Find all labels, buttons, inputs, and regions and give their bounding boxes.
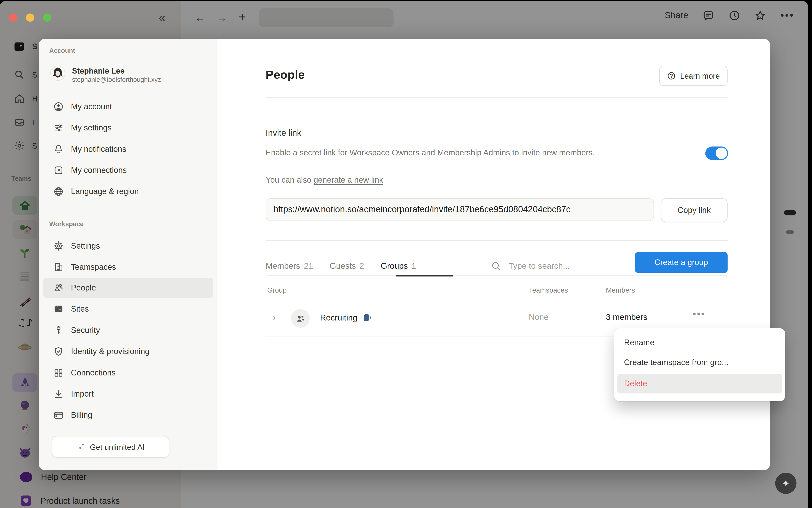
- notion-ai-button[interactable]: ✦: [775, 473, 796, 494]
- notion-window: « ← → + Share •••: [0, 1, 808, 508]
- search-input[interactable]: [508, 261, 629, 271]
- menu-item-rename[interactable]: Rename: [617, 333, 782, 353]
- active-tab-underline: [396, 275, 453, 276]
- column-header-teamspaces: Teamspaces: [529, 286, 568, 294]
- create-group-button[interactable]: Create a group: [635, 252, 727, 273]
- sidebar-item-identity-provisioning[interactable]: Identity & provisioning: [43, 342, 213, 361]
- menu-item-create-teamspace[interactable]: Create teamspace from gro...: [617, 353, 782, 372]
- download-arrow-icon: [53, 389, 64, 399]
- sidebar-item-language-region[interactable]: Language & region: [43, 182, 213, 202]
- gear-icon: [53, 241, 64, 251]
- user-name: Stephanie Lee: [72, 66, 161, 76]
- sidebar-item-sites[interactable]: Sites: [43, 299, 213, 319]
- bell-icon: [53, 144, 64, 154]
- globe-icon: [53, 186, 64, 197]
- user-email: stephanie@toolsforthought.xyz: [72, 76, 161, 85]
- browser-cursor-icon: [53, 304, 64, 314]
- grid-icon: [53, 368, 64, 378]
- settings-dialog: Account Stephanie Lee stephanie@toolsfor…: [39, 39, 770, 470]
- group-context-menu: Rename Create teamspace from gro... Dele…: [614, 328, 785, 401]
- search-icon: [491, 261, 501, 271]
- sidebar-item-my-notifications[interactable]: My notifications: [43, 139, 213, 159]
- generate-link-line: You can also generate a new link: [266, 175, 383, 185]
- sparkles-icon: [76, 442, 86, 451]
- sidebar-item-my-connections[interactable]: My connections: [43, 161, 213, 180]
- sidebar-item-billing[interactable]: Billing: [43, 406, 213, 425]
- sidebar-item-my-settings[interactable]: My settings: [43, 118, 213, 138]
- sidebar-item-my-account[interactable]: My account: [43, 97, 213, 117]
- group-name: Recruiting: [320, 313, 372, 323]
- menu-item-delete[interactable]: Delete: [617, 374, 782, 393]
- divider: [266, 97, 727, 98]
- sliders-icon: [53, 123, 64, 133]
- person-circle-icon: [53, 101, 64, 112]
- invite-link-heading: Invite link: [266, 128, 301, 138]
- arrow-up-right-square-icon: [53, 165, 64, 175]
- learn-more-button[interactable]: Learn more: [659, 66, 728, 86]
- close-window-button[interactable]: [9, 13, 17, 22]
- avatar: [50, 66, 65, 81]
- column-header-group: Group: [267, 286, 287, 294]
- invite-url-field[interactable]: [266, 198, 654, 221]
- tab-bar: Members21 Guests2 Groups1: [266, 256, 416, 276]
- get-unlimited-ai-button[interactable]: Get unlimited AI: [52, 436, 169, 458]
- key-icon: [53, 325, 64, 336]
- row-teamspaces-value: None: [529, 313, 549, 322]
- scroll-indicator[interactable]: [784, 210, 796, 215]
- minimize-window-button[interactable]: [26, 13, 34, 22]
- settings-sidebar: Account Stephanie Lee stephanie@toolsfor…: [39, 39, 217, 470]
- invite-link-description: Enable a secret link for Workspace Owner…: [266, 146, 623, 158]
- tab-members[interactable]: Members21: [266, 261, 313, 271]
- tab-guests[interactable]: Guests2: [330, 261, 364, 271]
- sidebar-item-people[interactable]: People: [43, 278, 213, 298]
- sidebar-item-settings[interactable]: Settings: [43, 236, 213, 256]
- scroll-indicator-faint: [786, 230, 794, 234]
- account-section-label: Account: [49, 47, 75, 54]
- speaking-head-icon: [361, 313, 372, 323]
- account-user[interactable]: Stephanie Lee stephanie@toolsforthought.…: [50, 66, 161, 84]
- page-title: People: [266, 68, 305, 82]
- screen: « ← → + Share •••: [0, 0, 812, 508]
- credit-card-icon: [53, 410, 64, 421]
- invite-link-toggle[interactable]: [705, 146, 728, 160]
- people-icon: [53, 283, 64, 293]
- group-avatar: [291, 309, 310, 328]
- row-members-value[interactable]: 3 members: [606, 313, 647, 322]
- row-more-icon[interactable]: •••: [693, 309, 705, 320]
- sidebar-item-import[interactable]: Import: [43, 384, 213, 404]
- sidebar-item-teamspaces[interactable]: Teamspaces: [43, 257, 213, 277]
- question-circle-icon: [667, 72, 676, 80]
- column-header-members: Members: [606, 286, 635, 294]
- copy-link-button[interactable]: Copy link: [661, 198, 728, 222]
- divider: [266, 240, 727, 241]
- generate-new-link[interactable]: generate a new link: [314, 175, 383, 184]
- building-icon: [53, 262, 64, 272]
- sidebar-item-security[interactable]: Security: [43, 321, 213, 340]
- group-search: [491, 256, 629, 276]
- settings-content: People Learn more Invite link Enable a s…: [217, 39, 770, 470]
- shield-check-icon: [53, 346, 64, 356]
- chevron-right-icon[interactable]: ›: [273, 312, 276, 323]
- tab-groups[interactable]: Groups1: [380, 261, 416, 271]
- zoom-window-button[interactable]: [43, 13, 51, 22]
- sidebar-item-connections[interactable]: Connections: [43, 363, 213, 383]
- window-controls: [9, 13, 51, 22]
- workspace-section-label: Workspace: [49, 220, 84, 228]
